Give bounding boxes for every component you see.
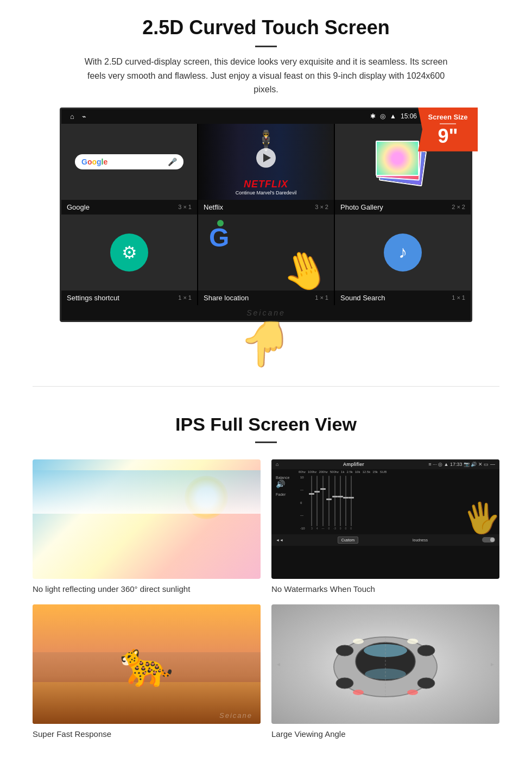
svg-point-8 — [353, 639, 364, 644]
slider-6: 0 — [340, 476, 341, 530]
netflix-grid-text: 3 × 2 — [315, 204, 328, 210]
app-labels-row1: Google 3 × 1 Netflix 3 × 2 Photo Gallery… — [61, 200, 471, 215]
status-left: ⌂ ⌁ — [70, 112, 86, 121]
cheetah-caption: Super Fast Response — [33, 729, 261, 739]
amp-freq-labels: 60hz100hz200hz500hz1k2.5k10k12.5k15kSUB — [271, 469, 499, 474]
section-curved-screen: 2.5D Curved Touch Screen With 2.5D curve… — [0, 0, 532, 335]
google-mic-icon[interactable]: 🎤 — [168, 157, 177, 166]
netflix-subtitle: Continue Marvel's Daredevil — [202, 190, 330, 195]
amp-label-fader: Fader — [276, 493, 300, 496]
car-svg — [315, 621, 456, 708]
svg-point-7 — [417, 678, 435, 689]
slider-1: 3 — [311, 476, 313, 530]
pointing-hand: 🤚 — [275, 242, 334, 290]
svg-point-6 — [336, 678, 353, 689]
sunlight-image — [33, 459, 261, 579]
label-netflix: Netflix 3 × 2 — [198, 200, 334, 215]
play-triangle-icon — [263, 154, 271, 162]
device-wrapper: Screen Size 9" ⌂ ⌁ ✱ ◎ ▲ 15:06 📷 🔊 ✕ — [60, 108, 472, 322]
netflix-logo: NETFLIX — [202, 179, 330, 190]
amp-home-icon: ⌂ — [276, 462, 278, 467]
status-time: 15:06 — [401, 112, 417, 120]
google-label-text: Google — [67, 203, 90, 211]
amp-scale: 10 — 0 — -10 — [300, 476, 311, 530]
badge-dash — [440, 123, 456, 124]
car-caption: Large Viewing Angle — [271, 729, 499, 739]
amplifier-screen: ⌂ Amplifier ≡ ··· ◎ ▲ 17:33 📷 🔊 ✕ ▭ — 60… — [271, 459, 499, 579]
toggle-knob — [490, 538, 495, 542]
google-maps-g: G — [209, 223, 229, 253]
app-cell-google[interactable]: Google 🎤 — [61, 124, 197, 200]
sunlight-caption: No light reflecting under 360° direct su… — [33, 584, 261, 594]
sound-grid-text: 1 × 1 — [452, 294, 465, 301]
gallery-grid-text: 2 × 2 — [452, 204, 465, 210]
home-icon[interactable]: ⌂ — [70, 112, 74, 121]
amp-loudness-toggle[interactable] — [482, 537, 495, 542]
play-button[interactable] — [256, 148, 276, 168]
app-cell-netflix[interactable]: 🕴 NETFLIX Continue Marvel's Daredevil — [198, 124, 334, 200]
angle-right: ▸ — [491, 660, 494, 668]
slider-2: 4 — [316, 476, 318, 530]
status-bar: ⌂ ⌁ ✱ ◎ ▲ 15:06 📷 🔊 ✕ ▭ — [61, 109, 471, 124]
ips-item-cheetah: 🐆 Seicane Super Fast Response — [33, 604, 261, 739]
settings-circle: ⚙ — [110, 234, 148, 272]
slider-7: 0 — [345, 476, 347, 530]
netflix-label-text: Netflix — [204, 203, 223, 211]
section-ips: IPS Full Screen View No light reflecting… — [0, 403, 532, 757]
cheetah-image: 🐆 Seicane — [33, 604, 261, 724]
bluetooth-icon: ✱ — [370, 112, 376, 120]
svg-point-11 — [407, 690, 418, 695]
ips-item-car: ◂ ▸ Large Viewing Angle — [271, 604, 499, 739]
section1-description: With 2.5D curved-display screen, this de… — [81, 55, 451, 97]
settings-grid-text: 1 × 1 — [178, 294, 192, 301]
slider-8: 0 — [350, 476, 352, 530]
sound-circle: ♪ — [384, 234, 422, 272]
gallery-label-text: Photo Gallery — [340, 203, 383, 211]
app-cell-sound[interactable]: ♪ — [335, 215, 471, 291]
cheetah-emoji: 🐆 — [119, 639, 174, 690]
location-icon: ◎ — [380, 112, 385, 120]
app-cell-settings[interactable]: ⚙ — [61, 215, 197, 291]
ips-item-amplifier: ⌂ Amplifier ≡ ··· ◎ ▲ 17:33 📷 🔊 ✕ ▭ — 60… — [271, 459, 499, 594]
slider-5: -3 — [333, 476, 335, 530]
svg-point-5 — [417, 645, 435, 656]
section1-title: 2.5D Curved Touch Screen — [33, 16, 499, 39]
badge-size: 9" — [426, 127, 470, 146]
amp-back-icon: ◄◄ — [276, 538, 283, 542]
netflix-cell-inner: 🕴 NETFLIX Continue Marvel's Daredevil — [198, 124, 334, 200]
device-watermark: Seicane — [61, 305, 471, 320]
label-google: Google 3 × 1 — [61, 200, 197, 215]
maps-dot — [217, 220, 224, 226]
section2-title: IPS Full Screen View — [33, 414, 499, 435]
cheetah-watermark: Seicane — [219, 711, 252, 720]
label-gallery: Photo Gallery 2 × 2 — [335, 200, 471, 215]
car-image: ◂ ▸ — [271, 604, 499, 724]
amp-title: Amplifier — [343, 462, 364, 467]
slider-3: — — [322, 476, 325, 530]
usb-icon: ⌁ — [82, 112, 86, 121]
gallery-card-3 — [376, 141, 419, 176]
cheetah-image-box: 🐆 Seicane — [33, 604, 261, 724]
sunlight-image-box — [33, 459, 261, 579]
svg-point-9 — [407, 639, 418, 644]
app-cell-share[interactable]: G 🤚 — [198, 215, 334, 291]
app-grid-row2: ⚙ G 🤚 — [61, 215, 471, 291]
hand-touch-container: 👆 — [0, 319, 532, 370]
amp-side-labels: Balance 🔊 Fader — [276, 476, 300, 530]
label-settings: Settings shortcut 1 × 1 — [61, 291, 197, 305]
google-cell-inner: Google 🎤 — [61, 124, 197, 200]
section-divider — [33, 386, 499, 387]
share-label-text: Share location — [204, 294, 249, 302]
ips-grid: No light reflecting under 360° direct su… — [33, 459, 499, 739]
amp-hand-icon: 🖐 — [460, 497, 499, 538]
amp-custom-btn[interactable]: Custom — [338, 537, 358, 544]
app-grid-row1: Google 🎤 🕴 — [61, 124, 471, 200]
google-search-bar[interactable]: Google 🎤 — [75, 154, 183, 169]
settings-cell-inner: ⚙ — [61, 215, 197, 291]
amp-sliders-container: 3 4 — [311, 476, 495, 530]
sound-label-text: Sound Search — [340, 294, 385, 302]
google-logo: Google — [81, 157, 107, 166]
amp-loudness-label: loudness — [413, 538, 428, 542]
amp-caption: No Watermarks When Touch — [271, 584, 499, 594]
gear-icon: ⚙ — [122, 242, 137, 263]
